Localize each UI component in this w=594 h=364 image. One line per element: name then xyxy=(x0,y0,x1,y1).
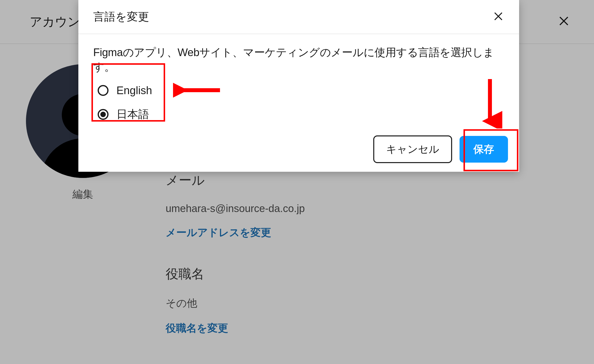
change-language-modal: 言語を変更 Figmaのアプリ、Webサイト、マーケティングのメールに使用する言… xyxy=(78,0,519,172)
modal-title: 言語を変更 xyxy=(93,9,149,24)
radio-label: English xyxy=(116,84,152,97)
modal-description: Figmaのアプリ、Webサイト、マーケティングのメールに使用する言語を選択しま… xyxy=(93,45,504,74)
save-button[interactable]: 保存 xyxy=(460,136,508,163)
modal-footer: キャンセル 保存 xyxy=(373,135,508,163)
modal-body: Figmaのアプリ、Webサイト、マーケティングのメールに使用する言語を選択しま… xyxy=(78,34,519,122)
modal-close-button[interactable] xyxy=(491,10,505,24)
cancel-button[interactable]: キャンセル xyxy=(373,135,452,163)
language-option-japanese[interactable]: 日本語 xyxy=(98,107,504,122)
language-radio-group: English 日本語 xyxy=(93,84,504,122)
modal-header: 言語を変更 xyxy=(78,0,519,34)
radio-icon xyxy=(98,85,109,96)
close-icon xyxy=(493,11,504,23)
language-option-english[interactable]: English xyxy=(98,84,504,97)
radio-label: 日本語 xyxy=(116,107,149,122)
radio-icon xyxy=(98,109,109,120)
